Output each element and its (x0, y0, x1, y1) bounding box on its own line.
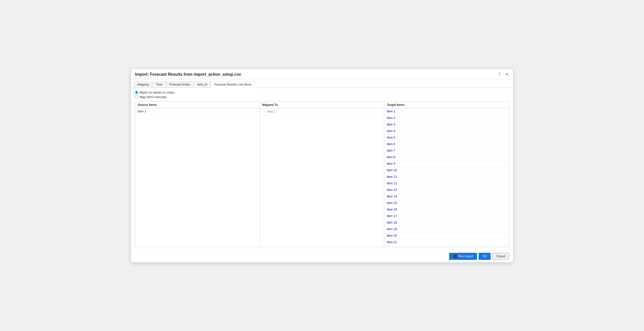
source-item: Item 1 (135, 108, 260, 115)
radio-option-match-names[interactable]: Match on names or codes (135, 91, 509, 94)
radio-option-map-manually[interactable]: Map items manually (135, 95, 509, 99)
target-item[interactable]: Item 12 (384, 180, 509, 187)
source-column: Item 1 (135, 108, 260, 247)
cancel-button[interactable]: Cancel (492, 253, 509, 260)
help-icon[interactable]: ? (497, 72, 502, 77)
target-item[interactable]: Item 2 (384, 115, 509, 121)
radio-map-manually[interactable] (135, 95, 138, 99)
import-dialog: Import: Forecast Results from import_act… (131, 69, 513, 263)
tab-forecast-results-line-items[interactable]: Forecast Results Line Items (211, 81, 255, 88)
tab-item-id[interactable]: item_id (194, 81, 210, 88)
tab-forecast-action[interactable]: Forecast Action (166, 81, 194, 88)
mapping-body: Item 1 →Item 1 Item 1Item 2Item 3Item 4I… (135, 108, 509, 247)
ok-button[interactable]: OK (479, 253, 490, 260)
target-item[interactable]: Item 21 (384, 239, 509, 246)
mapped-column: →Item 1 (260, 108, 384, 247)
target-header: Target Items (384, 102, 509, 108)
tab-time[interactable]: Time (153, 81, 166, 88)
header-icons: ? ✕ (497, 72, 509, 77)
target-item[interactable]: Item 14 (384, 193, 509, 200)
dialog-header: Import: Forecast Results from import_act… (131, 69, 513, 79)
dialog-body: Match on names or codesMap items manuall… (131, 88, 513, 250)
radio-label-map-manually: Map items manually (140, 95, 167, 99)
target-item[interactable]: Item 19 (384, 226, 509, 233)
target-item[interactable]: Item 18 (384, 220, 509, 226)
target-item[interactable]: Item 5 (384, 135, 509, 141)
radio-match-names[interactable] (135, 91, 138, 94)
target-item[interactable]: Item 1 (384, 108, 509, 115)
target-item[interactable]: Item 3 (384, 121, 509, 128)
dialog-title: Import: Forecast Results from import_act… (135, 72, 241, 77)
mapping-header: Source Items Mapped To Target Items (135, 102, 509, 108)
mapping-table: Source Items Mapped To Target Items Item… (135, 101, 509, 247)
target-item[interactable]: Item 13 (384, 187, 509, 193)
mapped-item: →Item 1 (260, 108, 384, 115)
target-item[interactable]: Item 15 (384, 200, 509, 206)
mapped-item-label: Item 1 (267, 110, 276, 113)
target-item[interactable]: Item 8 (384, 154, 509, 161)
tab-bar: MappingTimeForecast Actionitem_idForecas… (131, 79, 513, 88)
dialog-footer: ⬛ Run Import OK Cancel (131, 250, 513, 262)
target-item[interactable]: Item 4 (384, 128, 509, 135)
close-icon[interactable]: ✕ (504, 72, 509, 77)
run-import-icon: ⬛ (453, 254, 457, 258)
target-item[interactable]: Item 7 (384, 148, 509, 154)
run-import-label: Run Import (458, 255, 473, 258)
tab-mapping[interactable]: Mapping (134, 81, 152, 88)
mapped-header: Mapped To (260, 102, 384, 108)
radio-label-match-names: Match on names or codes (140, 91, 174, 94)
arrow-icon: → (262, 110, 266, 114)
target-item[interactable]: Item 9 (384, 161, 509, 167)
target-item[interactable]: Item 11 (384, 174, 509, 180)
target-item[interactable]: Item 10 (384, 167, 509, 174)
target-column: Item 1Item 2Item 3Item 4Item 5Item 6Item… (384, 108, 509, 247)
source-header: Source Items (135, 102, 260, 108)
target-item[interactable]: Item 16 (384, 206, 509, 213)
target-item[interactable]: Item 17 (384, 213, 509, 220)
target-item[interactable]: Item 20 (384, 233, 509, 239)
radio-group: Match on names or codesMap items manuall… (135, 91, 509, 99)
run-import-button[interactable]: ⬛ Run Import (449, 253, 477, 260)
target-item[interactable]: Item 6 (384, 141, 509, 148)
